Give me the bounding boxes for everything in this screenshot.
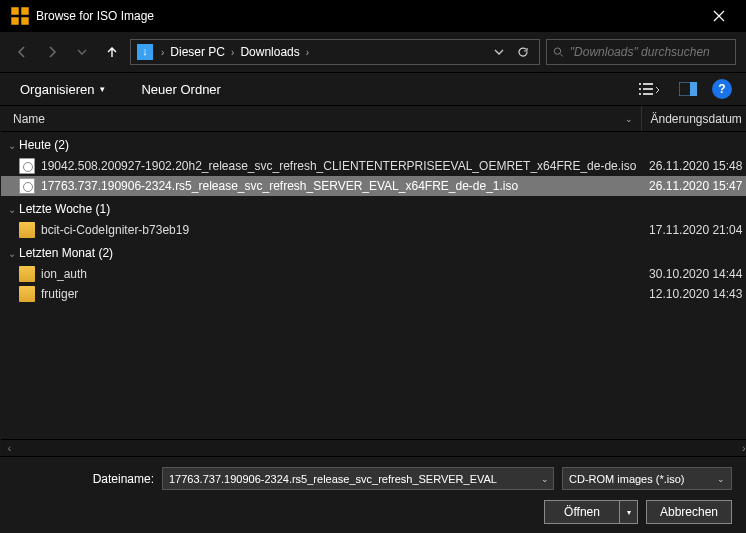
forward-button[interactable] [40, 40, 64, 64]
filter-value: CD-ROM images (*.iso) [569, 473, 685, 485]
navbar: › Dieser PC › Downloads › [0, 32, 746, 72]
refresh-button[interactable] [513, 42, 533, 62]
svg-rect-8 [643, 88, 653, 90]
iso-icon [19, 158, 35, 174]
iso-icon [19, 178, 35, 194]
help-button[interactable]: ? [712, 79, 732, 99]
filename-input[interactable]: 17763.737.190906-2324.rs5_release_svc_re… [162, 467, 554, 490]
svg-rect-10 [643, 93, 653, 95]
chevron-down-icon: ⌄ [625, 114, 633, 124]
address-bar[interactable]: › Dieser PC › Downloads › [130, 39, 540, 65]
svg-rect-6 [643, 83, 653, 85]
file-row[interactable]: frutiger 12.10.2020 14:43 [1, 284, 746, 304]
file-pane: Name ⌄ Änderungsdatum ⌄ Heute (2) 19042.… [1, 106, 746, 456]
chevron-down-icon: ⌄ [5, 248, 19, 259]
svg-rect-1 [21, 7, 29, 15]
file-name: ion_auth [41, 267, 642, 281]
cancel-button[interactable]: Abbrechen [646, 500, 732, 524]
chevron-right-icon[interactable]: › [231, 47, 234, 58]
chevron-down-icon[interactable]: ⌄ [717, 474, 725, 484]
group-last-month[interactable]: ⌄ Letzten Monat (2) [1, 240, 746, 264]
breadcrumb-seg-downloads[interactable]: Downloads [240, 45, 299, 59]
column-date[interactable]: Änderungsdatum [642, 106, 746, 131]
view-list-button[interactable] [636, 78, 664, 100]
back-button[interactable] [10, 40, 34, 64]
column-name[interactable]: Name ⌄ [1, 106, 642, 131]
file-date: 17.11.2020 21:04 [642, 223, 746, 237]
svg-rect-9 [639, 93, 641, 95]
footer: Dateiname: 17763.737.190906-2324.rs5_rel… [0, 456, 746, 533]
file-row[interactable]: 17763.737.190906-2324.rs5_release_svc_re… [1, 176, 746, 196]
breadcrumb-seg-pc[interactable]: Dieser PC [170, 45, 225, 59]
toolbar: Organisieren ▾ Neuer Ordner ? [0, 72, 746, 106]
group-last-week[interactable]: ⌄ Letzte Woche (1) [1, 196, 746, 220]
file-row[interactable]: bcit-ci-CodeIgniter-b73eb19 17.11.2020 2… [1, 220, 746, 240]
open-button[interactable]: Öffnen ▾ [544, 500, 638, 524]
folder-icon [19, 286, 35, 302]
column-headers: Name ⌄ Änderungsdatum [1, 106, 746, 132]
svg-rect-2 [11, 17, 19, 25]
new-folder-button[interactable]: Neuer Ordner [135, 78, 226, 101]
scroll-left-icon[interactable]: ‹ [1, 440, 18, 457]
search-icon [553, 46, 564, 58]
svg-rect-12 [690, 82, 697, 96]
folder-icon [19, 266, 35, 282]
file-row[interactable]: 19042.508.200927-1902.20h2_release_svc_r… [1, 156, 746, 176]
file-date: 26.11.2020 15:48 [642, 159, 746, 173]
svg-rect-3 [21, 17, 29, 25]
file-name: frutiger [41, 287, 642, 301]
svg-rect-0 [11, 7, 19, 15]
file-date: 26.11.2020 15:47 [642, 179, 746, 193]
scroll-right-icon[interactable]: › [735, 440, 746, 457]
svg-rect-7 [639, 88, 641, 90]
filename-value: 17763.737.190906-2324.rs5_release_svc_re… [169, 473, 497, 485]
scroll-track[interactable] [18, 440, 735, 456]
preview-pane-button[interactable] [674, 78, 702, 100]
window-title: Browse for ISO Image [36, 9, 696, 23]
group-today[interactable]: ⌄ Heute (2) [1, 132, 746, 156]
file-name: 17763.737.190906-2324.rs5_release_svc_re… [41, 179, 642, 193]
search-box[interactable] [546, 39, 736, 65]
filetype-filter[interactable]: CD-ROM images (*.iso) ⌄ [562, 467, 732, 490]
svg-rect-5 [639, 83, 641, 85]
file-date: 12.10.2020 14:43 [642, 287, 746, 301]
app-icon [10, 6, 30, 26]
horizontal-scrollbar[interactable]: ‹ › [1, 439, 746, 456]
folder-icon [19, 222, 35, 238]
close-button[interactable] [696, 0, 742, 32]
breadcrumb: › Dieser PC › Downloads › [159, 45, 483, 59]
search-input[interactable] [570, 45, 729, 59]
chevron-down-icon: ⌄ [5, 140, 19, 151]
downloads-icon [137, 44, 153, 60]
history-dropdown[interactable] [489, 42, 509, 62]
organize-label: Organisieren [20, 82, 94, 97]
file-name: bcit-ci-CodeIgniter-b73eb19 [41, 223, 642, 237]
chevron-down-icon[interactable]: ⌄ [541, 474, 549, 484]
organize-button[interactable]: Organisieren ▾ [14, 78, 111, 101]
chevron-right-icon[interactable]: › [306, 47, 309, 58]
body: ⌄ Name ⌄ Änderungsdatum ⌄ Heute (2) 1904… [0, 106, 746, 456]
up-button[interactable] [100, 40, 124, 64]
file-date: 30.10.2020 14:44 [642, 267, 746, 281]
titlebar: Browse for ISO Image [0, 0, 746, 32]
open-split-dropdown[interactable]: ▾ [619, 501, 637, 523]
recent-dropdown[interactable] [70, 40, 94, 64]
chevron-right-icon[interactable]: › [161, 47, 164, 58]
chevron-down-icon: ⌄ [5, 204, 19, 215]
file-list: ⌄ Heute (2) 19042.508.200927-1902.20h2_r… [1, 132, 746, 456]
chevron-down-icon: ▾ [100, 84, 105, 94]
file-row[interactable]: ion_auth 30.10.2020 14:44 [1, 264, 746, 284]
file-name: 19042.508.200927-1902.20h2_release_svc_r… [41, 159, 642, 173]
svg-point-4 [554, 48, 560, 54]
filename-label: Dateiname: [14, 472, 154, 486]
